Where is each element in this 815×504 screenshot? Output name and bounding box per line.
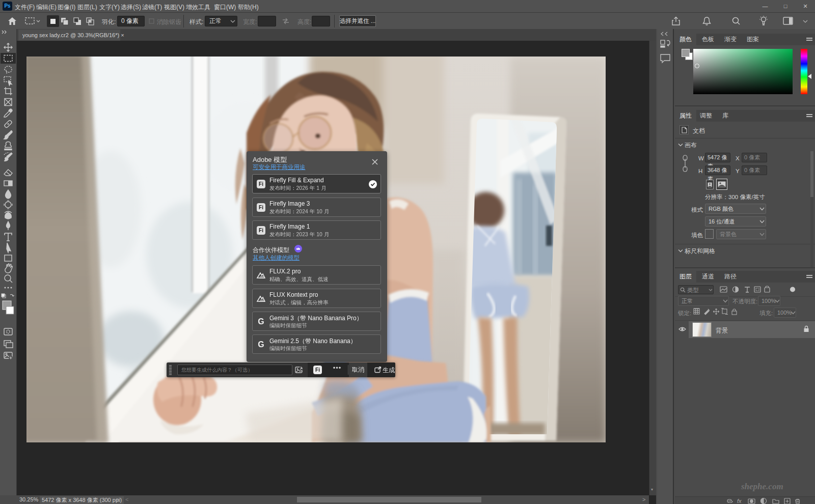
svg-text:fx: fx [737,498,742,504]
